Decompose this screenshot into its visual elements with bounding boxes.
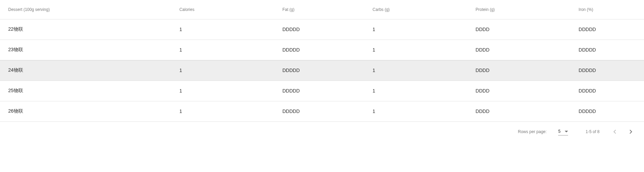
table-footer: Rows per page: 5 1-5 of 8	[0, 122, 644, 142]
table-row[interactable]: 24物联1DDDDD1DDDDDDDDD	[0, 60, 644, 81]
column-header-protein[interactable]: Protein (g)	[470, 0, 573, 19]
cell-fat: DDDDD	[277, 101, 367, 121]
cell-calories: 1	[174, 19, 277, 40]
column-header-calories[interactable]: Calories	[174, 0, 277, 19]
table-row[interactable]: 26物联1DDDDD1DDDDDDDDD	[0, 101, 644, 121]
table-row[interactable]: 25物联1DDDDD1DDDDDDDDD	[0, 81, 644, 101]
cell-fat: DDDDD	[277, 81, 367, 101]
cell-carbs: 1	[367, 19, 470, 40]
cell-protein: DDDD	[470, 81, 573, 101]
cell-iron: DDDDD	[573, 60, 644, 81]
cell-fat: DDDDD	[277, 60, 367, 81]
cell-dessert: 24物联	[0, 60, 174, 81]
cell-carbs: 1	[367, 40, 470, 60]
chevron-right-icon	[630, 130, 632, 134]
cell-calories: 1	[174, 40, 277, 60]
cell-dessert: 23物联	[0, 40, 174, 60]
next-page-button[interactable]	[623, 124, 639, 140]
cell-fat: DDDDD	[277, 40, 367, 60]
cell-calories: 1	[174, 60, 277, 81]
rows-per-page-value: 5	[558, 129, 561, 134]
chevron-left-icon	[613, 130, 616, 134]
cell-iron: DDDDD	[573, 40, 644, 60]
column-header-carbs[interactable]: Carbs (g)	[367, 0, 470, 19]
cell-iron: DDDDD	[573, 19, 644, 40]
cell-protein: DDDD	[470, 101, 573, 121]
dropdown-icon	[565, 131, 568, 132]
cell-fat: DDDDD	[277, 19, 367, 40]
data-table: Dessert (100g serving) Calories Fat (g) …	[0, 0, 644, 122]
cell-protein: DDDD	[470, 19, 573, 40]
prev-page-button[interactable]	[606, 124, 623, 140]
cell-iron: DDDDD	[573, 101, 644, 121]
cell-protein: DDDD	[470, 40, 573, 60]
column-header-fat[interactable]: Fat (g)	[277, 0, 367, 19]
cell-dessert: 25物联	[0, 81, 174, 101]
table-header: Dessert (100g serving) Calories Fat (g) …	[0, 0, 644, 19]
cell-calories: 1	[174, 81, 277, 101]
cell-dessert: 22物联	[0, 19, 174, 40]
rows-per-page-label: Rows per page:	[518, 129, 547, 134]
column-header-dessert[interactable]: Dessert (100g serving)	[0, 0, 174, 19]
cell-carbs: 1	[367, 101, 470, 121]
table-row[interactable]: 23物联1DDDDD1DDDDDDDDD	[0, 40, 644, 60]
cell-calories: 1	[174, 101, 277, 121]
table-row[interactable]: 22物联1DDDDD1DDDDDDDDD	[0, 19, 644, 40]
cell-dessert: 26物联	[0, 101, 174, 121]
cell-carbs: 1	[367, 60, 470, 81]
rows-per-page-select[interactable]: 5	[558, 128, 568, 135]
table-body: 22物联1DDDDD1DDDDDDDDD23物联1DDDDD1DDDDDDDDD…	[0, 19, 644, 121]
page-range: 1-5 of 8	[579, 129, 600, 134]
column-header-iron[interactable]: Iron (%)	[573, 0, 644, 19]
cell-protein: DDDD	[470, 60, 573, 81]
cell-iron: DDDDD	[573, 81, 644, 101]
cell-carbs: 1	[367, 81, 470, 101]
